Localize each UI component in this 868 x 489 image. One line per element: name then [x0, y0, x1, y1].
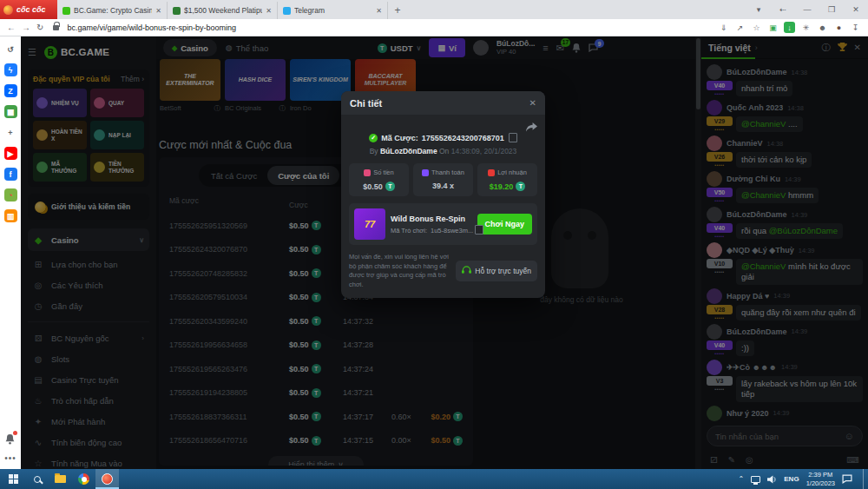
- success-check-icon: ✓: [369, 134, 378, 142]
- browser-tabstrip: cốc cốc BC.Game: Crypto Casino Gan ✕ $1,…: [0, 0, 868, 19]
- stat-box: Thanh toán 39.4 x: [413, 163, 473, 196]
- new-tab-button[interactable]: +: [388, 2, 407, 19]
- headset-icon: [462, 266, 471, 276]
- taskbar-search-icon[interactable]: [25, 469, 49, 489]
- action-center-icon[interactable]: [842, 472, 852, 487]
- show-desktop-button[interactable]: [863, 469, 866, 489]
- taskbar-clock[interactable]: 2:39 PM 1/20/2023: [806, 471, 835, 487]
- bet-id-value: 1755526243200768701: [422, 134, 504, 142]
- game-code: Mã Trò chơi: 1u5-8swe3m...: [391, 227, 472, 235]
- play-now-button[interactable]: Chơi Ngay: [477, 214, 532, 235]
- tray-expand-icon[interactable]: ⌃: [739, 475, 745, 483]
- language-indicator[interactable]: ENG: [784, 475, 799, 483]
- stat-icon: [364, 169, 371, 176]
- tab-close-icon[interactable]: ✕: [266, 7, 272, 15]
- coccoc-brand-label: cốc cốc: [16, 5, 46, 14]
- volume-icon[interactable]: [767, 472, 777, 487]
- game-title: Wild Bonus Re-Spin: [391, 215, 472, 223]
- browser-tab[interactable]: Telegram ✕: [278, 2, 388, 19]
- game-card: 77 Wild Bonus Re-Spin Mã Trò chơi: 1u5-8…: [349, 203, 537, 245]
- start-button[interactable]: [2, 469, 25, 489]
- screen: cốc cốc BC.Game: Crypto Casino Gan ✕ $1,…: [0, 0, 868, 489]
- browser-side-rail: ↺ϟZ▦+▶f◔▥ •••: [0, 36, 21, 469]
- share-icon[interactable]: [526, 120, 537, 130]
- bet-id-label: Mã Cược:: [381, 134, 418, 142]
- copy-icon[interactable]: [477, 227, 478, 235]
- address-bar: ← → ↻ bc.game/vi/game/wild-bonus-re-spin…: [0, 19, 868, 36]
- stat-icon: [422, 169, 429, 176]
- reload-icon[interactable]: ↻: [36, 23, 43, 32]
- tab-close-icon[interactable]: ✕: [155, 7, 161, 15]
- modal-title: Chi tiết: [350, 98, 382, 109]
- modal-close-icon[interactable]: ✕: [529, 98, 536, 108]
- bet-details-modal: Chi tiết ✕ ✓ Mã Cược: 175552624320076870…: [341, 91, 545, 298]
- coccoc-brand[interactable]: cốc cốc: [0, 0, 57, 19]
- usdt-coin-icon: [516, 182, 525, 191]
- game-thumbnail[interactable]: 77: [354, 208, 385, 240]
- url-text[interactable]: bc.game/vi/game/wild-bonus-re-spin-by-bo…: [67, 23, 712, 32]
- tab-favicon: [62, 7, 70, 15]
- tab-favicon: [283, 7, 291, 15]
- stat-box: Lợi nhuận $19.20: [477, 163, 537, 196]
- usdt-coin-icon: [385, 182, 395, 191]
- forward-icon[interactable]: →: [22, 23, 30, 32]
- live-support-button[interactable]: Hỗ trợ trực tuyến: [456, 261, 537, 281]
- tab-close-icon[interactable]: ✕: [376, 7, 382, 15]
- browser-tab[interactable]: $1,500 Weekend Platipus M... ✕: [168, 2, 278, 19]
- coccoc-taskbar-icon[interactable]: [95, 469, 119, 489]
- coccoc-logo-icon: [3, 5, 13, 15]
- file-explorer-icon[interactable]: [49, 469, 72, 489]
- network-icon[interactable]: [751, 476, 760, 483]
- windows-taskbar: ⌃ ENG 2:39 PM 1/20/2023: [0, 469, 868, 489]
- bet-byline: By BúLozDönDame On 14:38:09, 20/1/2023: [349, 147, 537, 155]
- tab-favicon: [173, 7, 181, 15]
- back-icon[interactable]: ←: [7, 23, 16, 32]
- workspace: ↺ϟZ▦+▶f◔▥ ••• ☰ B BC.GAME Đặc quyền VIP …: [0, 36, 868, 469]
- more-icon[interactable]: •••: [4, 453, 16, 463]
- player-name[interactable]: BúLozDönDame: [380, 147, 437, 155]
- stat-box: Số tiền $0.50: [349, 163, 409, 196]
- copy-icon[interactable]: [510, 135, 517, 142]
- support-text: Mọi vấn đề, xin vui lòng liên hệ với bộ …: [349, 253, 450, 289]
- chrome-icon[interactable]: [72, 469, 95, 489]
- stat-icon: [488, 169, 495, 176]
- notification-bell-icon[interactable]: [5, 433, 15, 448]
- padlock-icon[interactable]: [53, 25, 59, 30]
- browser-tab[interactable]: BC.Game: Crypto Casino Gan ✕: [57, 2, 168, 19]
